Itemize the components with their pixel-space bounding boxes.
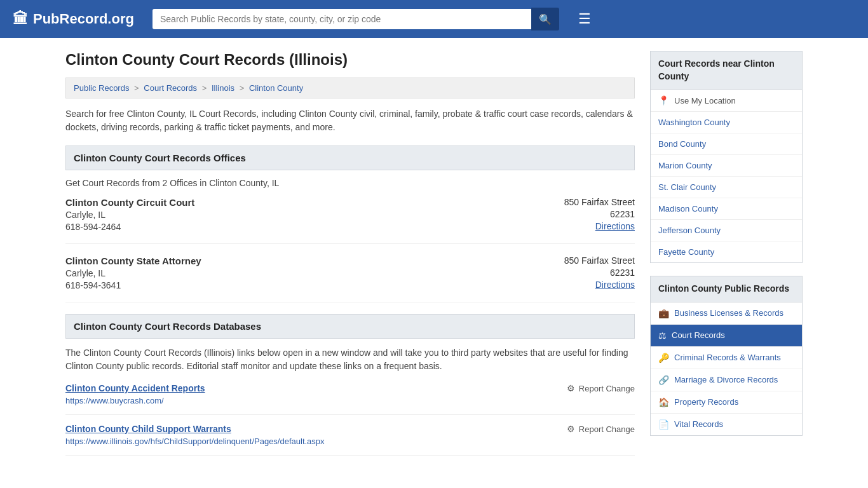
db-url[interactable]: https://www.buycrash.com/: [65, 396, 205, 405]
item-label: Criminal Records & Warrants: [674, 353, 781, 362]
page-wrapper: Clinton County Court Records (Illinois) …: [53, 38, 815, 477]
sidebar-item-fayette[interactable]: Fayette County: [651, 241, 802, 262]
county-label: St. Clair County: [658, 182, 716, 192]
public-records-list: 💼 Business Licenses & Records ⚖ Court Re…: [650, 302, 803, 436]
breadcrumb: Public Records > Court Records > Illinoi…: [65, 78, 635, 98]
search-icon: 🔍: [539, 14, 552, 25]
logo[interactable]: 🏛 PubRecord.org: [13, 10, 140, 28]
databases-section-header: Clinton County Court Records Databases: [65, 314, 635, 339]
office-city: Carlyle, IL: [65, 268, 201, 278]
report-change-label[interactable]: Report Change: [579, 424, 635, 434]
directions-link[interactable]: Directions: [595, 280, 635, 290]
db-right: ⚙ Report Change: [567, 383, 635, 393]
item-label: Marriage & Divorce Records: [674, 375, 778, 384]
directions-link[interactable]: Directions: [595, 221, 635, 231]
sidebar-item-washington[interactable]: Washington County: [651, 112, 802, 133]
office-phone: 618-594-3641: [65, 280, 201, 290]
offices-section-header: Clinton County Court Records Offices: [65, 146, 635, 170]
county-label: Bond County: [658, 139, 706, 149]
report-change-label[interactable]: Report Change: [579, 384, 635, 393]
office-right: 850 Fairfax Street 62231 Directions: [564, 197, 635, 232]
sidebar-item-marriage-records[interactable]: 🔗 Marriage & Divorce Records: [651, 369, 802, 391]
breadcrumb-court-records[interactable]: Court Records: [144, 83, 197, 93]
county-label: Washington County: [658, 118, 730, 127]
main-content: Clinton County Court Records (Illinois) …: [65, 51, 635, 464]
office-entry: Clinton County Circuit Court Carlyle, IL…: [65, 197, 635, 244]
sidebar-item-vital-records[interactable]: 📄 Vital Records: [651, 414, 802, 435]
sidebar-item-bond[interactable]: Bond County: [651, 133, 802, 155]
office-entry: Clinton County State Attorney Carlyle, I…: [65, 255, 635, 302]
vital-icon: 📄: [658, 419, 669, 430]
db-right: ⚙ Report Change: [567, 424, 635, 434]
db-title[interactable]: Clinton County Accident Reports: [65, 383, 205, 393]
sidebar-item-marion[interactable]: Marion County: [651, 155, 802, 177]
breadcrumb-sep-2: >: [202, 83, 209, 93]
nearby-list: 📍 Use My Location Washington County Bond…: [650, 90, 803, 263]
court-icon: ⚖: [658, 330, 667, 341]
logo-icon: 🏛: [13, 10, 28, 28]
breadcrumb-illinois[interactable]: Illinois: [212, 83, 234, 93]
county-label: Marion County: [658, 161, 712, 170]
location-icon: 📍: [658, 95, 669, 105]
item-label: Vital Records: [674, 419, 723, 429]
office-left: Clinton County State Attorney Carlyle, I…: [65, 255, 201, 290]
item-label: Property Records: [674, 397, 738, 407]
site-header: 🏛 PubRecord.org 🔍 ☰: [0, 0, 868, 38]
county-label: Madison County: [658, 204, 718, 214]
item-label: Court Records: [672, 330, 725, 340]
db-left: Clinton County Child Support Warrants ht…: [65, 424, 325, 446]
sidebar-item-stclair[interactable]: St. Clair County: [651, 177, 802, 198]
office-address: 850 Fairfax Street: [564, 255, 635, 266]
databases-description: The Clinton County Court Records (Illino…: [65, 346, 635, 373]
county-label: Jefferson County: [658, 226, 721, 235]
breadcrumb-public-records[interactable]: Public Records: [74, 83, 129, 93]
search-input[interactable]: [153, 9, 531, 29]
county-label: Fayette County: [658, 247, 714, 257]
search-button[interactable]: 🔍: [531, 8, 559, 30]
office-right: 850 Fairfax Street 62231 Directions: [564, 255, 635, 290]
business-icon: 💼: [658, 308, 669, 318]
menu-button[interactable]: ☰: [578, 11, 591, 27]
office-zip: 62231: [564, 209, 635, 219]
database-entry: Clinton County Child Support Warrants ht…: [65, 424, 635, 456]
sidebar-item-criminal-records[interactable]: 🔑 Criminal Records & Warrants: [651, 347, 802, 369]
use-location-item[interactable]: 📍 Use My Location: [651, 90, 802, 112]
page-title: Clinton County Court Records (Illinois): [65, 51, 635, 69]
office-zip: 62231: [564, 268, 635, 278]
breadcrumb-sep-3: >: [240, 83, 247, 93]
property-icon: 🏠: [658, 397, 669, 407]
office-count: Get Court Records from 2 Offices in Clin…: [65, 178, 635, 188]
hamburger-icon: ☰: [578, 11, 591, 27]
office-address: 850 Fairfax Street: [564, 197, 635, 207]
sidebar-item-court-records[interactable]: ⚖ Court Records: [651, 325, 802, 347]
search-bar: 🔍: [153, 8, 559, 30]
marriage-icon: 🔗: [658, 375, 669, 385]
office-phone: 618-594-2464: [65, 222, 194, 232]
breadcrumb-clinton-county[interactable]: Clinton County: [249, 83, 303, 93]
office-name: Clinton County Circuit Court: [65, 197, 194, 208]
office-name: Clinton County State Attorney: [65, 255, 201, 266]
sidebar-item-madison[interactable]: Madison County: [651, 198, 802, 220]
nearby-section-header: Court Records near Clinton County: [650, 51, 803, 90]
db-url[interactable]: https://www.illinois.gov/hfs/ChildSuppor…: [65, 437, 325, 446]
db-title[interactable]: Clinton County Child Support Warrants: [65, 424, 325, 434]
public-records-section-header: Clinton County Public Records: [650, 276, 803, 302]
breadcrumb-sep-1: >: [134, 83, 141, 93]
report-icon: ⚙: [567, 424, 575, 434]
db-left: Clinton County Accident Reports https://…: [65, 383, 205, 405]
sidebar-item-property-records[interactable]: 🏠 Property Records: [651, 391, 802, 414]
office-left: Clinton County Circuit Court Carlyle, IL…: [65, 197, 194, 232]
page-description: Search for free Clinton County, IL Court…: [65, 107, 635, 134]
report-icon: ⚙: [567, 383, 575, 393]
criminal-icon: 🔑: [658, 353, 669, 363]
sidebar-item-business-licenses[interactable]: 💼 Business Licenses & Records: [651, 302, 802, 325]
office-city: Carlyle, IL: [65, 210, 194, 220]
item-label: Business Licenses & Records: [674, 308, 783, 318]
sidebar-item-jefferson[interactable]: Jefferson County: [651, 220, 802, 241]
use-location-label: Use My Location: [674, 96, 736, 105]
sidebar: Court Records near Clinton County 📍 Use …: [650, 51, 803, 464]
logo-text: PubRecord.org: [33, 11, 134, 27]
database-entry: Clinton County Accident Reports https://…: [65, 383, 635, 415]
